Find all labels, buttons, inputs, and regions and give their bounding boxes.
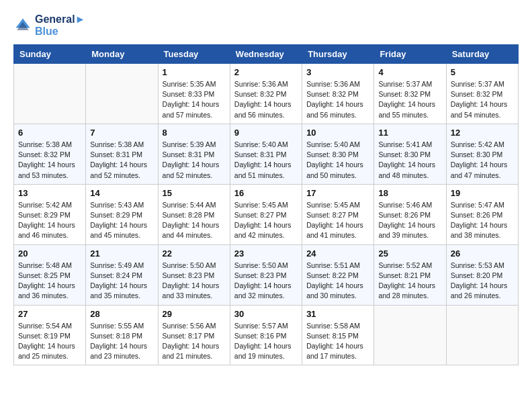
day-number: 5 <box>451 67 514 77</box>
day-number: 1 <box>163 67 226 77</box>
calendar-day-cell: 19Sunrise: 5:47 AM Sunset: 8:26 PM Dayli… <box>446 184 518 244</box>
calendar-day-cell: 26Sunrise: 5:53 AM Sunset: 8:20 PM Dayli… <box>446 244 518 305</box>
day-number: 8 <box>163 128 226 138</box>
day-number: 20 <box>18 248 81 259</box>
calendar-day-cell: 25Sunrise: 5:52 AM Sunset: 8:21 PM Dayli… <box>374 244 446 305</box>
day-info: Sunrise: 5:54 AM Sunset: 8:19 PM Dayligh… <box>18 321 81 362</box>
calendar-day-cell: 8Sunrise: 5:39 AM Sunset: 8:31 PM Daylig… <box>158 124 230 184</box>
day-info: Sunrise: 5:39 AM Sunset: 8:31 PM Dayligh… <box>163 140 226 181</box>
day-info: Sunrise: 5:58 AM Sunset: 8:15 PM Dayligh… <box>306 321 369 362</box>
calendar-day-cell: 28Sunrise: 5:55 AM Sunset: 8:18 PM Dayli… <box>86 305 158 365</box>
calendar-day-cell: 11Sunrise: 5:41 AM Sunset: 8:30 PM Dayli… <box>374 124 446 184</box>
calendar-day-cell: 3Sunrise: 5:36 AM Sunset: 8:32 PM Daylig… <box>302 64 374 124</box>
calendar-day-cell: 18Sunrise: 5:46 AM Sunset: 8:26 PM Dayli… <box>374 184 446 244</box>
calendar-day-cell: 13Sunrise: 5:42 AM Sunset: 8:29 PM Dayli… <box>14 184 86 244</box>
calendar-day-cell <box>374 305 446 365</box>
calendar-day-cell: 30Sunrise: 5:57 AM Sunset: 8:16 PM Dayli… <box>230 305 302 365</box>
day-info: Sunrise: 5:45 AM Sunset: 8:27 PM Dayligh… <box>234 200 298 241</box>
calendar-day-cell: 1Sunrise: 5:35 AM Sunset: 8:33 PM Daylig… <box>158 64 230 124</box>
calendar-week-row: 1Sunrise: 5:35 AM Sunset: 8:33 PM Daylig… <box>14 64 519 124</box>
day-number: 26 <box>451 248 514 259</box>
day-info: Sunrise: 5:40 AM Sunset: 8:30 PM Dayligh… <box>306 140 369 181</box>
day-info: Sunrise: 5:51 AM Sunset: 8:22 PM Dayligh… <box>306 261 369 302</box>
day-of-week-header: Wednesday <box>230 45 302 64</box>
logo: General► Blue <box>13 13 85 38</box>
calendar-day-cell: 31Sunrise: 5:58 AM Sunset: 8:15 PM Dayli… <box>302 305 374 365</box>
day-number: 13 <box>18 188 81 198</box>
day-number: 17 <box>306 188 369 198</box>
calendar-header-row: SundayMondayTuesdayWednesdayThursdayFrid… <box>14 45 519 64</box>
day-info: Sunrise: 5:53 AM Sunset: 8:20 PM Dayligh… <box>451 261 514 302</box>
calendar-week-row: 13Sunrise: 5:42 AM Sunset: 8:29 PM Dayli… <box>14 184 519 244</box>
calendar-day-cell <box>14 64 86 124</box>
day-number: 27 <box>18 309 81 319</box>
day-number: 31 <box>306 309 369 319</box>
day-info: Sunrise: 5:35 AM Sunset: 8:33 PM Dayligh… <box>163 79 226 120</box>
day-info: Sunrise: 5:56 AM Sunset: 8:17 PM Dayligh… <box>163 321 226 362</box>
day-number: 21 <box>90 248 153 259</box>
day-info: Sunrise: 5:36 AM Sunset: 8:32 PM Dayligh… <box>306 79 369 120</box>
calendar-day-cell: 7Sunrise: 5:38 AM Sunset: 8:31 PM Daylig… <box>86 124 158 184</box>
calendar-day-cell: 21Sunrise: 5:49 AM Sunset: 8:24 PM Dayli… <box>86 244 158 305</box>
day-info: Sunrise: 5:50 AM Sunset: 8:23 PM Dayligh… <box>234 261 298 302</box>
day-number: 9 <box>234 128 298 138</box>
day-of-week-header: Monday <box>86 45 158 64</box>
day-number: 4 <box>378 67 441 77</box>
day-info: Sunrise: 5:50 AM Sunset: 8:23 PM Dayligh… <box>163 261 226 302</box>
day-info: Sunrise: 5:42 AM Sunset: 8:30 PM Dayligh… <box>451 140 514 181</box>
day-info: Sunrise: 5:40 AM Sunset: 8:31 PM Dayligh… <box>234 140 298 181</box>
calendar-day-cell: 9Sunrise: 5:40 AM Sunset: 8:31 PM Daylig… <box>230 124 302 184</box>
calendar-day-cell: 2Sunrise: 5:36 AM Sunset: 8:32 PM Daylig… <box>230 64 302 124</box>
day-info: Sunrise: 5:37 AM Sunset: 8:32 PM Dayligh… <box>451 79 514 120</box>
day-number: 24 <box>306 248 369 259</box>
day-number: 10 <box>306 128 369 138</box>
day-info: Sunrise: 5:38 AM Sunset: 8:32 PM Dayligh… <box>18 140 81 181</box>
day-info: Sunrise: 5:47 AM Sunset: 8:26 PM Dayligh… <box>451 200 514 241</box>
calendar-day-cell: 23Sunrise: 5:50 AM Sunset: 8:23 PM Dayli… <box>230 244 302 305</box>
day-number: 25 <box>378 248 441 259</box>
day-info: Sunrise: 5:41 AM Sunset: 8:30 PM Dayligh… <box>378 140 441 181</box>
day-number: 29 <box>163 309 226 319</box>
logo-text: General► Blue <box>35 13 85 38</box>
day-info: Sunrise: 5:49 AM Sunset: 8:24 PM Dayligh… <box>90 261 153 302</box>
day-info: Sunrise: 5:52 AM Sunset: 8:21 PM Dayligh… <box>378 261 441 302</box>
calendar-day-cell <box>446 305 518 365</box>
day-number: 7 <box>90 128 153 138</box>
day-of-week-header: Thursday <box>302 45 374 64</box>
calendar-day-cell: 6Sunrise: 5:38 AM Sunset: 8:32 PM Daylig… <box>14 124 86 184</box>
day-info: Sunrise: 5:43 AM Sunset: 8:29 PM Dayligh… <box>90 200 153 241</box>
day-info: Sunrise: 5:48 AM Sunset: 8:25 PM Dayligh… <box>18 261 81 302</box>
day-number: 15 <box>163 188 226 198</box>
day-number: 19 <box>451 188 514 198</box>
day-of-week-header: Tuesday <box>158 45 230 64</box>
page-header: General► Blue <box>13 13 519 38</box>
day-number: 14 <box>90 188 153 198</box>
day-number: 2 <box>234 67 298 77</box>
day-info: Sunrise: 5:46 AM Sunset: 8:26 PM Dayligh… <box>378 200 441 241</box>
day-number: 16 <box>234 188 298 198</box>
calendar-day-cell: 24Sunrise: 5:51 AM Sunset: 8:22 PM Dayli… <box>302 244 374 305</box>
calendar-day-cell: 5Sunrise: 5:37 AM Sunset: 8:32 PM Daylig… <box>446 64 518 124</box>
day-info: Sunrise: 5:36 AM Sunset: 8:32 PM Dayligh… <box>234 79 298 120</box>
logo-icon <box>13 16 32 35</box>
calendar-day-cell: 14Sunrise: 5:43 AM Sunset: 8:29 PM Dayli… <box>86 184 158 244</box>
calendar-day-cell: 20Sunrise: 5:48 AM Sunset: 8:25 PM Dayli… <box>14 244 86 305</box>
day-number: 23 <box>234 248 298 259</box>
calendar-day-cell: 15Sunrise: 5:44 AM Sunset: 8:28 PM Dayli… <box>158 184 230 244</box>
calendar-week-row: 27Sunrise: 5:54 AM Sunset: 8:19 PM Dayli… <box>14 305 519 365</box>
day-of-week-header: Saturday <box>446 45 518 64</box>
day-number: 6 <box>18 128 81 138</box>
calendar-day-cell: 17Sunrise: 5:45 AM Sunset: 8:27 PM Dayli… <box>302 184 374 244</box>
day-number: 30 <box>234 309 298 319</box>
day-number: 18 <box>378 188 441 198</box>
day-info: Sunrise: 5:42 AM Sunset: 8:29 PM Dayligh… <box>18 200 81 241</box>
calendar-day-cell: 29Sunrise: 5:56 AM Sunset: 8:17 PM Dayli… <box>158 305 230 365</box>
calendar-week-row: 6Sunrise: 5:38 AM Sunset: 8:32 PM Daylig… <box>14 124 519 184</box>
calendar-day-cell: 16Sunrise: 5:45 AM Sunset: 8:27 PM Dayli… <box>230 184 302 244</box>
day-info: Sunrise: 5:38 AM Sunset: 8:31 PM Dayligh… <box>90 140 153 181</box>
day-of-week-header: Sunday <box>14 45 86 64</box>
day-number: 11 <box>378 128 441 138</box>
calendar-week-row: 20Sunrise: 5:48 AM Sunset: 8:25 PM Dayli… <box>14 244 519 305</box>
day-info: Sunrise: 5:45 AM Sunset: 8:27 PM Dayligh… <box>306 200 369 241</box>
calendar-day-cell: 10Sunrise: 5:40 AM Sunset: 8:30 PM Dayli… <box>302 124 374 184</box>
